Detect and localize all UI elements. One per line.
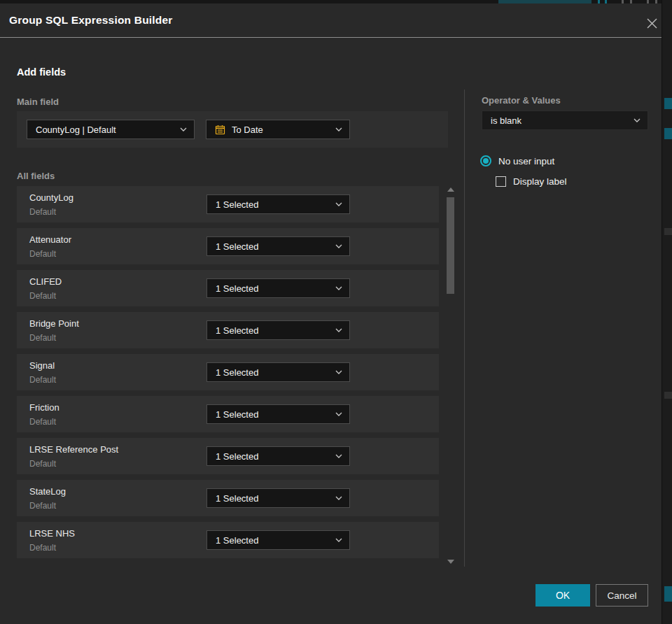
field-selected-dropdown[interactable]: 1 Selected	[206, 236, 350, 256]
field-selected-value: 1 Selected	[216, 283, 330, 294]
main-field-select-value: CountyLog | Default	[36, 125, 174, 135]
field-row: Friction Default 1 Selected	[17, 396, 439, 432]
ok-button[interactable]: OK	[536, 584, 590, 607]
main-field-label: Main field	[17, 97, 59, 107]
field-selected-value: 1 Selected	[216, 325, 330, 336]
field-row: LRSE Reference Post Default 1 Selected	[17, 438, 439, 474]
field-name: Bridge Point	[29, 318, 79, 329]
background-fragment	[664, 586, 672, 602]
field-row: LRSE NHS Default 1 Selected	[17, 522, 439, 558]
group-sql-expression-builder-dialog: Group SQL Expression Builder Add fields …	[0, 3, 662, 624]
field-subtitle: Default	[29, 375, 56, 385]
field-row: CountyLog Default 1 Selected	[17, 186, 439, 222]
checkbox-icon	[496, 176, 506, 187]
field-subtitle: Default	[29, 207, 56, 217]
field-selected-value: 1 Selected	[216, 493, 330, 504]
dialog-title: Group SQL Expression Builder	[9, 3, 173, 37]
field-selected-value: 1 Selected	[216, 241, 330, 252]
chevron-down-icon	[180, 127, 187, 132]
chevron-down-icon	[335, 202, 342, 206]
calendar-icon	[215, 125, 225, 135]
main-attribute-select[interactable]: To Date	[206, 120, 350, 139]
background-app-right-strip	[662, 0, 672, 624]
header-divider	[0, 37, 662, 38]
chevron-down-icon	[335, 370, 342, 374]
field-selected-dropdown[interactable]: 1 Selected	[206, 446, 350, 466]
field-subtitle: Default	[29, 501, 56, 511]
field-name: StateLog	[29, 486, 66, 497]
field-row: Attenuator Default 1 Selected	[17, 228, 439, 264]
field-selected-dropdown[interactable]: 1 Selected	[206, 320, 350, 340]
field-selected-value: 1 Selected	[216, 451, 330, 462]
operator-select-value: is blank	[491, 115, 628, 126]
field-subtitle: Default	[29, 543, 56, 553]
main-field-row: CountyLog | Default To Date	[17, 111, 448, 148]
chevron-down-icon	[335, 538, 342, 542]
background-fragment	[664, 228, 672, 235]
field-name: Friction	[29, 402, 59, 413]
operator-values-label: Operator & Values	[482, 95, 561, 106]
field-row: Bridge Point Default 1 Selected	[17, 312, 439, 348]
field-name: Attenuator	[29, 234, 71, 245]
field-selected-value: 1 Selected	[216, 535, 330, 546]
scrollbar-down-arrow-icon[interactable]	[447, 560, 454, 564]
background-fragment	[664, 98, 672, 109]
field-selected-dropdown[interactable]: 1 Selected	[206, 362, 350, 382]
chevron-down-icon	[335, 127, 342, 132]
field-subtitle: Default	[29, 333, 56, 343]
main-attribute-select-value: To Date	[232, 125, 330, 135]
field-selected-value: 1 Selected	[216, 199, 330, 210]
background-fragment	[664, 392, 672, 399]
chevron-down-icon	[335, 496, 342, 500]
cancel-button[interactable]: Cancel	[596, 584, 648, 607]
field-name: CountyLog	[29, 192, 74, 203]
chevron-down-icon	[335, 328, 342, 332]
chevron-down-icon	[335, 244, 342, 248]
display-label-label: Display label	[513, 176, 567, 187]
main-field-select[interactable]: CountyLog | Default	[27, 120, 195, 139]
field-selected-dropdown[interactable]: 1 Selected	[206, 530, 350, 550]
field-selected-dropdown[interactable]: 1 Selected	[206, 404, 350, 424]
field-selected-value: 1 Selected	[216, 367, 330, 378]
field-row: Signal Default 1 Selected	[17, 354, 439, 390]
chevron-down-icon	[335, 454, 342, 458]
field-subtitle: Default	[29, 459, 56, 469]
no-user-input-label: No user input	[498, 156, 554, 166]
scrollbar-up-arrow-icon[interactable]	[447, 187, 454, 192]
no-user-input-radio[interactable]: No user input	[480, 155, 554, 166]
all-fields-list: CountyLog Default 1 Selected Attenuator …	[17, 186, 439, 564]
operator-select[interactable]: is blank	[482, 111, 648, 130]
field-subtitle: Default	[29, 249, 56, 259]
display-label-checkbox[interactable]: Display label	[496, 176, 567, 187]
field-row: StateLog Default 1 Selected	[17, 480, 439, 516]
field-subtitle: Default	[29, 291, 56, 301]
field-name: Signal	[29, 360, 55, 371]
close-icon[interactable]	[643, 14, 661, 32]
list-scrollbar[interactable]	[446, 183, 456, 567]
field-selected-dropdown[interactable]: 1 Selected	[206, 488, 350, 508]
scrollbar-thumb[interactable]	[447, 197, 454, 294]
all-fields-label: All fields	[17, 171, 55, 181]
chevron-down-icon	[634, 118, 640, 122]
field-selected-dropdown[interactable]: 1 Selected	[206, 194, 350, 214]
field-name: LRSE NHS	[29, 528, 75, 539]
background-fragment	[664, 128, 672, 139]
chevron-down-icon	[335, 286, 342, 290]
dialog-header: Group SQL Expression Builder	[0, 3, 662, 37]
add-fields-heading: Add fields	[17, 66, 66, 78]
radio-icon	[480, 155, 491, 166]
chevron-down-icon	[335, 412, 342, 416]
panel-divider	[464, 90, 465, 567]
field-name: LRSE Reference Post	[29, 444, 118, 455]
field-selected-dropdown[interactable]: 1 Selected	[206, 278, 350, 298]
field-row: CLIFED Default 1 Selected	[17, 270, 439, 306]
field-name: CLIFED	[29, 276, 62, 287]
field-selected-value: 1 Selected	[216, 409, 330, 420]
field-subtitle: Default	[29, 417, 56, 427]
